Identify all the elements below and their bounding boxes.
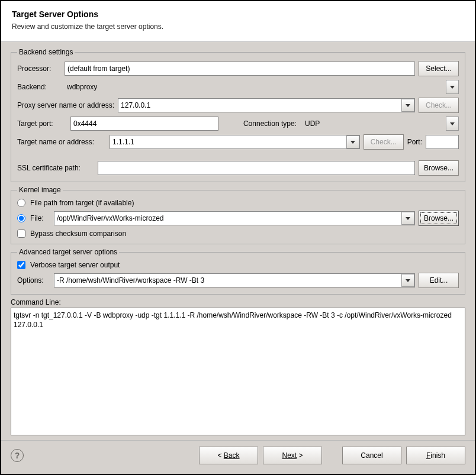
file-combo[interactable] — [54, 211, 415, 225]
ssl-input[interactable] — [98, 161, 415, 175]
proxy-label: Proxy server name or address: — [17, 101, 114, 109]
target-port-input[interactable] — [70, 117, 218, 131]
proxy-combo[interactable] — [118, 98, 415, 112]
chevron-down-icon[interactable] — [346, 135, 359, 148]
file-input[interactable] — [54, 212, 401, 225]
next-button[interactable]: Next > — [263, 447, 322, 464]
cancel-button[interactable]: Cancel — [342, 447, 401, 464]
chevron-down-icon[interactable] — [401, 99, 414, 112]
backend-settings-group: Backend settings Processor: Select... Ba… — [11, 48, 465, 182]
proxy-input[interactable] — [118, 99, 401, 112]
conn-type-value: UDP — [305, 119, 446, 128]
edit-options-button[interactable]: Edit... — [419, 273, 459, 288]
verbose-checkbox[interactable] — [17, 261, 25, 269]
file-radio[interactable] — [17, 214, 25, 222]
advanced-legend: Advanced target server options — [17, 248, 119, 256]
dialog-header: Target Server Options Review and customi… — [1, 1, 475, 42]
backend-legend: Backend settings — [17, 48, 75, 56]
target-addr-label: Target name or address: — [17, 138, 106, 146]
chevron-down-icon[interactable] — [401, 274, 414, 287]
file-from-target-label[interactable]: File path from target (if available) — [30, 199, 134, 207]
chevron-down-icon[interactable] — [446, 80, 459, 94]
check-addr-button: Check... — [364, 134, 404, 150]
backend-combo[interactable]: wdbproxy — [65, 80, 459, 94]
options-label: Options: — [17, 276, 50, 285]
select-processor-button[interactable]: Select... — [419, 61, 459, 76]
help-icon[interactable]: ? — [11, 449, 24, 462]
verbose-label[interactable]: Verbose target server output — [30, 261, 120, 269]
dialog-footer: ? < Back Next > Cancel Finish — [1, 440, 475, 474]
finish-button[interactable]: Finish — [406, 447, 465, 464]
kernel-legend: Kernel image — [17, 186, 63, 194]
port-input[interactable] — [426, 135, 459, 149]
conn-type-label: Connection type: — [222, 119, 299, 128]
chevron-down-icon[interactable] — [446, 117, 459, 131]
chevron-down-icon[interactable] — [401, 212, 414, 225]
processor-input[interactable] — [65, 62, 415, 76]
file-from-target-radio[interactable] — [17, 199, 25, 207]
backend-value: wdbproxy — [67, 83, 446, 91]
dialog-content: Backend settings Processor: Select... Ba… — [1, 42, 475, 440]
ssl-label: SSL certificate path: — [17, 164, 94, 172]
port-label: Port: — [407, 138, 422, 146]
backend-label: Backend: — [17, 83, 61, 91]
bypass-checksum-checkbox[interactable] — [17, 230, 25, 238]
back-button[interactable]: < Back — [199, 447, 258, 464]
processor-label: Processor: — [17, 64, 61, 73]
command-line-label: Command Line: — [11, 298, 465, 306]
page-subtitle: Review and customize the target server o… — [12, 22, 464, 31]
browse-ssl-button[interactable]: Browse... — [419, 160, 459, 176]
conn-type-combo[interactable]: UDP — [303, 117, 459, 131]
check-proxy-button: Check... — [419, 98, 459, 113]
options-input[interactable] — [54, 274, 401, 287]
target-port-label: Target port: — [17, 119, 67, 128]
browse-file-button[interactable]: Browse... — [419, 211, 459, 226]
advanced-options-group: Advanced target server options Verbose t… — [11, 248, 465, 295]
dialog-window: Target Server Options Review and customi… — [1, 1, 475, 474]
kernel-image-group: Kernel image File path from target (if a… — [11, 186, 465, 244]
page-title: Target Server Options — [12, 9, 464, 19]
command-line-section: Command Line: tgtsvr -n tgt_127.0.0.1 -V… — [11, 298, 465, 435]
file-radio-label[interactable]: File: — [30, 214, 50, 222]
target-addr-combo[interactable] — [110, 135, 360, 149]
options-combo[interactable] — [54, 273, 415, 287]
bypass-checksum-label[interactable]: Bypass checksum comparison — [30, 230, 126, 238]
target-addr-input[interactable] — [110, 135, 346, 148]
command-line-textarea[interactable]: tgtsvr -n tgt_127.0.0.1 -V -B wdbproxy -… — [11, 308, 465, 435]
